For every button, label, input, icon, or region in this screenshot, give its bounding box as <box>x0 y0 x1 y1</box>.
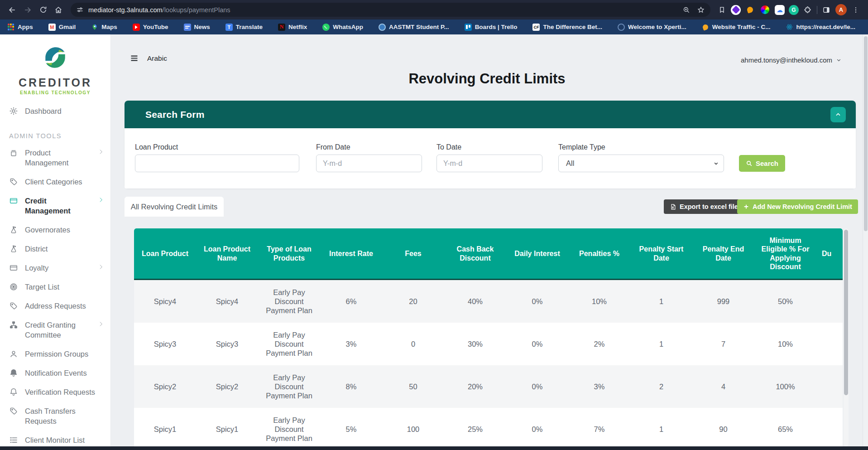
to-date-input[interactable] <box>436 155 542 172</box>
bookmark-item[interactable]: WhatsApp <box>322 24 363 31</box>
collapse-button[interactable] <box>830 107 846 122</box>
flame-favicon <box>702 24 709 31</box>
sidebar-item-client-categories[interactable]: Client Categories <box>0 172 110 191</box>
table-cell: 0 <box>382 323 444 365</box>
column-header: Loan Product <box>134 228 196 279</box>
bookmark-item[interactable]: Apps <box>7 24 33 31</box>
table-row[interactable]: Spicy4Spicy4Early Pay Discount Payment P… <box>134 280 843 323</box>
table-cell-clipped <box>816 323 843 365</box>
table-cell: 100% <box>754 365 816 408</box>
reload-icon[interactable] <box>35 2 51 18</box>
table-cell: 6% <box>320 280 382 323</box>
tab-all-revolving-credit-limits[interactable]: All Revolving Credit Limits <box>125 197 224 217</box>
bookmark-item[interactable]: TTranslate <box>225 24 263 31</box>
table-body: Spicy4Spicy4Early Pay Discount Payment P… <box>134 280 843 446</box>
box-icon <box>9 148 18 157</box>
bookmark-label: Apps <box>18 24 33 30</box>
sidebar-item-credit-granting-committee[interactable]: Credit Granting Committee <box>0 315 110 344</box>
cloud-extension-icon[interactable]: ☁ <box>774 4 786 16</box>
table-row[interactable]: Spicy1Spicy1Early Pay Discount Payment P… <box>134 408 843 446</box>
table-scrollbar[interactable] <box>844 228 849 446</box>
zoom-level-icon[interactable] <box>682 6 691 14</box>
loan-product-input[interactable] <box>135 155 299 172</box>
chevron-up-icon <box>834 111 842 118</box>
bookmark-item[interactable]: Maps <box>91 24 117 31</box>
bookmark-item[interactable]: AASTMT Student P... <box>379 24 449 31</box>
table-row[interactable]: Spicy3Spicy3Early Pay Discount Payment P… <box>134 323 843 365</box>
sidebar-item-credit-management[interactable]: Credit Management <box>0 191 110 220</box>
sidebar-nav: DashboardADMIN TOOLSProduct ManagementCl… <box>0 95 110 446</box>
bookmark-flag-icon[interactable] <box>716 4 728 16</box>
bookmark-item[interactable]: Website Traffic - C... <box>702 24 771 31</box>
bookmark-item[interactable]: https://react.dev/le... <box>786 24 856 31</box>
table-cell: Spicy4 <box>196 280 258 323</box>
sidebar-item-label: Client Monitor List <box>25 435 104 445</box>
brand-logo[interactable]: CREDITOR ENABLING TECHNOLOGY <box>0 34 110 95</box>
user-email: ahmed.tonsy@inthekloud.com <box>741 56 832 64</box>
column-header: Cash Back Discount <box>444 228 506 279</box>
address-bar[interactable]: mediator-stg.3alnuta.com/lookups/payment… <box>71 3 710 17</box>
bookmark-item[interactable]: Boards | Trello <box>465 24 518 31</box>
export-excel-button[interactable]: Export to excel file <box>664 199 744 214</box>
table-cell-clipped <box>816 280 843 323</box>
bookmark-item[interactable]: News <box>184 24 210 31</box>
sidebar-item-district[interactable]: District <box>0 239 110 258</box>
sidebar-item-client-monitor-list[interactable]: Client Monitor List <box>0 431 110 446</box>
bookmark-item[interactable]: NNetflix <box>278 24 307 31</box>
forward-icon[interactable] <box>20 2 35 18</box>
hamburger-menu-icon[interactable] <box>129 53 139 63</box>
sidebar-item-address-requests[interactable]: Address Requests <box>0 296 110 315</box>
sidebar-item-notification-events[interactable]: Notification Events <box>0 363 110 382</box>
orange-extension-icon[interactable] <box>744 4 756 16</box>
sidebar-item-cash-transfers-requests[interactable]: Cash Transfers Requests <box>0 402 110 431</box>
bookmark-label: Website Traffic - C... <box>712 24 771 30</box>
list-icon <box>9 435 18 445</box>
user-menu[interactable]: ahmed.tonsy@inthekloud.com <box>741 56 842 64</box>
sidebar-item-verification-requests[interactable]: Verification Requests <box>0 382 110 402</box>
table-cell: 10% <box>754 323 816 365</box>
table-cell: Spicy2 <box>196 365 258 408</box>
browser-menu-icon[interactable] <box>850 4 862 16</box>
bookmark-item[interactable]: Welcome to Xperti... <box>618 24 686 31</box>
netflix-favicon: N <box>278 24 285 31</box>
sidebar-item-dashboard[interactable]: Dashboard <box>0 102 110 121</box>
bookmark-item[interactable]: MGmail <box>48 24 76 31</box>
bookmark-label: Welcome to Xperti... <box>628 24 686 30</box>
table-cell: 90 <box>692 408 754 446</box>
back-icon[interactable] <box>5 2 20 18</box>
sidebar-item-governorates[interactable]: Governorates <box>0 220 110 239</box>
page-scrollbar-thumb[interactable] <box>864 36 868 231</box>
column-header: Du <box>816 228 843 279</box>
side-panel-icon[interactable] <box>820 4 832 16</box>
page-scrollbar[interactable] <box>863 34 868 446</box>
sidebar-item-target-list[interactable]: Target List <box>0 277 110 296</box>
grammarly-extension-icon[interactable]: G <box>789 5 799 15</box>
template-type-value: All <box>566 159 574 168</box>
search-button[interactable]: Search <box>739 155 785 172</box>
sidebar-item-product-management[interactable]: Product Management <box>0 143 110 172</box>
bookmark-item[interactable]: YouTube <box>133 24 168 31</box>
extensions-puzzle-icon[interactable] <box>802 4 814 16</box>
home-icon[interactable] <box>51 2 66 18</box>
from-date-input[interactable] <box>316 155 422 172</box>
table-scrollbar-thumb[interactable] <box>844 230 848 395</box>
bookmark-label: https://react.dev/le... <box>796 24 856 30</box>
aastmt-favicon <box>379 24 386 31</box>
sidebar-item-loyalty[interactable]: Loyalty <box>0 258 110 277</box>
table-cell: 20% <box>444 365 506 408</box>
bookmark-label: WhatsApp <box>333 24 363 30</box>
language-label[interactable]: Arabic <box>147 54 167 63</box>
add-revolving-credit-limit-button[interactable]: Add New Revolving Credit Limit <box>737 199 858 214</box>
table-row[interactable]: Spicy2Spicy2Early Pay Discount Payment P… <box>134 365 843 408</box>
bookmark-item[interactable]: CFThe Difference Bet... <box>532 24 602 31</box>
site-settings-icon[interactable] <box>76 6 84 14</box>
colorwheel-extension-icon[interactable] <box>759 4 771 16</box>
bookmark-star-icon[interactable] <box>697 6 705 14</box>
chevron-right-icon <box>98 197 104 203</box>
purple-extension-icon[interactable] <box>731 5 741 15</box>
target-icon <box>9 282 18 291</box>
template-type-select[interactable]: All <box>558 155 724 172</box>
profile-avatar[interactable]: A <box>835 4 847 15</box>
sidebar-item-label: Address Requests <box>25 301 104 311</box>
sidebar-item-permission-groups[interactable]: Permission Groups <box>0 344 110 363</box>
